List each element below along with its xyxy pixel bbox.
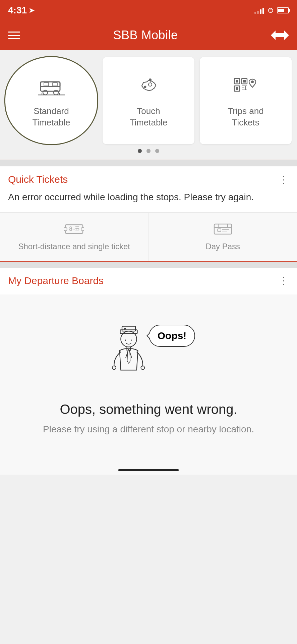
switzerland-icon bbox=[133, 74, 164, 98]
svg-rect-35 bbox=[214, 224, 232, 234]
oops-subtitle: Please try using a different stop or nea… bbox=[43, 422, 254, 436]
short-distance-label: Short-distance and single ticket bbox=[18, 241, 130, 252]
cards-section: StandardTimetable TouchTimetable bbox=[0, 50, 297, 160]
dot-3[interactable] bbox=[155, 149, 159, 153]
svg-point-25 bbox=[251, 80, 254, 83]
svg-rect-16 bbox=[236, 80, 238, 83]
status-bar: 4:31 ➤ ⊜ bbox=[0, 0, 297, 20]
svg-rect-18 bbox=[236, 87, 238, 90]
conductor-icon: ⇄ bbox=[102, 321, 156, 388]
svg-text:⇄: ⇄ bbox=[124, 327, 126, 330]
home-bar bbox=[118, 469, 179, 471]
home-indicator bbox=[0, 462, 297, 475]
bubble-text: Oops! bbox=[158, 330, 187, 341]
train-icon bbox=[36, 74, 66, 98]
quick-tickets-section: Quick Tickets ⋮ An error occurred while … bbox=[0, 166, 297, 261]
card-label-trips: Trips andTickets bbox=[228, 106, 263, 128]
oops-subtitle-text: Please try using a different stop or nea… bbox=[43, 424, 254, 434]
short-distance-icon bbox=[64, 222, 84, 236]
card-touch-timetable[interactable]: TouchTimetable bbox=[103, 57, 194, 144]
wifi-icon: ⊜ bbox=[268, 6, 274, 15]
departure-boards-more-button[interactable]: ⋮ bbox=[279, 275, 289, 286]
day-pass-icon bbox=[213, 222, 233, 236]
dot-2[interactable] bbox=[146, 149, 151, 153]
svg-rect-6 bbox=[44, 83, 49, 86]
svg-point-13 bbox=[149, 79, 151, 81]
svg-rect-39 bbox=[218, 229, 221, 231]
signal-icon bbox=[254, 7, 264, 14]
quick-tickets-header: Quick Tickets ⋮ bbox=[0, 166, 297, 191]
svg-rect-42 bbox=[120, 330, 137, 333]
menu-button[interactable] bbox=[8, 32, 20, 39]
status-icons: ⊜ bbox=[254, 6, 289, 15]
card-label-touch: TouchTimetable bbox=[129, 106, 167, 128]
svg-point-14 bbox=[144, 86, 146, 88]
card-standard-timetable[interactable]: StandardTimetable bbox=[5, 57, 97, 144]
day-pass-button[interactable]: Day Pass bbox=[149, 213, 297, 261]
pagination-dots bbox=[5, 144, 292, 156]
speech-bubble: Oops! bbox=[149, 325, 195, 347]
app-title: SBB Mobile bbox=[113, 28, 178, 42]
departure-boards-title: My Departure Boards bbox=[8, 275, 104, 286]
trips-icon bbox=[231, 74, 261, 98]
time-display: 4:31 bbox=[8, 5, 27, 16]
battery-icon bbox=[277, 7, 289, 13]
quick-tickets-title: Quick Tickets bbox=[8, 174, 68, 185]
oops-title: Oops, something went wrong. bbox=[60, 402, 237, 417]
ticket-buttons-row: Short-distance and single ticket Day Pas… bbox=[0, 212, 297, 261]
sbb-logo-icon bbox=[271, 29, 289, 41]
departure-boards-section: My Departure Boards ⋮ bbox=[0, 268, 297, 294]
svg-rect-31 bbox=[70, 229, 72, 230]
oops-section: ⇄ Oops! Oops, bbox=[0, 294, 297, 462]
svg-point-11 bbox=[148, 83, 152, 86]
svg-point-27 bbox=[64, 227, 67, 231]
svg-marker-0 bbox=[271, 31, 289, 40]
location-arrow-icon: ➤ bbox=[29, 6, 35, 14]
cards-row: StandardTimetable TouchTimetable bbox=[5, 57, 292, 144]
svg-rect-7 bbox=[53, 83, 57, 86]
day-pass-label: Day Pass bbox=[205, 241, 240, 252]
departure-boards-header: My Departure Boards ⋮ bbox=[0, 268, 297, 292]
dot-1[interactable] bbox=[138, 149, 142, 153]
card-label-standard: StandardTimetable bbox=[32, 106, 70, 128]
conductor-illustration: ⇄ Oops! bbox=[102, 321, 195, 388]
status-time: 4:31 ➤ bbox=[8, 5, 35, 16]
app-header: SBB Mobile bbox=[0, 20, 297, 50]
quick-tickets-more-button[interactable]: ⋮ bbox=[279, 174, 289, 185]
svg-point-30 bbox=[70, 227, 72, 229]
section-divider-1 bbox=[0, 160, 297, 166]
card-trips-tickets[interactable]: Trips andTickets bbox=[200, 57, 292, 144]
svg-rect-20 bbox=[243, 80, 246, 83]
short-distance-ticket-button[interactable]: Short-distance and single ticket bbox=[0, 213, 149, 261]
section-divider-2 bbox=[0, 261, 297, 268]
svg-point-28 bbox=[81, 227, 84, 231]
quick-tickets-error: An error occurred while loading the stop… bbox=[0, 191, 297, 212]
